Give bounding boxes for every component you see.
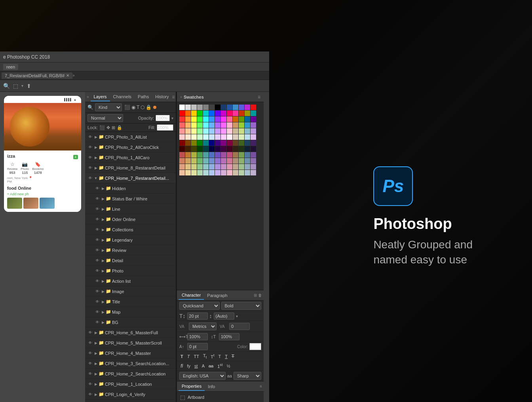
swatch-cell[interactable]: [251, 111, 256, 116]
swatch-cell[interactable]: [239, 134, 244, 140]
layer-item[interactable]: 👁▶📁CPR_Home_8_RestarantDetail: [85, 163, 176, 173]
search-icon[interactable]: 🔍: [3, 83, 10, 89]
swatch-cell[interactable]: [197, 116, 203, 122]
opacity-arrow[interactable]: ▾: [171, 116, 173, 120]
swatch-cell[interactable]: [215, 152, 220, 158]
layer-item[interactable]: 👁▶📁Action list: [85, 276, 176, 286]
layer-visibility-icon[interactable]: 👁: [95, 269, 100, 273]
swatch-cell[interactable]: [203, 158, 209, 164]
tab-history[interactable]: History: [152, 93, 172, 101]
superscript-btn[interactable]: Tt: [209, 353, 215, 360]
tab-paragraph[interactable]: Paragraph: [204, 291, 230, 299]
swatch-cell[interactable]: [221, 164, 226, 170]
layer-visibility-icon[interactable]: 👁: [95, 186, 100, 191]
swatch-cell[interactable]: [185, 158, 191, 164]
swatch-cell[interactable]: [179, 105, 185, 110]
swatch-cell[interactable]: [215, 128, 220, 134]
layer-visibility-icon[interactable]: 👁: [87, 176, 93, 180]
layer-item[interactable]: 👁▶📁Map: [85, 307, 176, 317]
swatch-cell[interactable]: [209, 111, 215, 116]
swatch-cell[interactable]: [203, 122, 209, 128]
swatch-cell[interactable]: [233, 140, 238, 146]
swatch-cell[interactable]: [251, 170, 256, 175]
swatch-cell[interactable]: [251, 105, 256, 110]
layer-item[interactable]: 👁▶📁Oder Online: [85, 214, 176, 225]
opacity-input[interactable]: [156, 115, 170, 121]
swatch-cell[interactable]: [215, 164, 220, 170]
swatch-cell[interactable]: [203, 170, 209, 175]
swatch-cell[interactable]: [227, 134, 232, 140]
layer-item[interactable]: 👁▶📁Status Bar / Whire: [85, 194, 176, 204]
swatch-cell[interactable]: [185, 164, 191, 170]
fraction-btn[interactable]: ½: [225, 363, 231, 369]
swatch-cell[interactable]: [239, 128, 244, 134]
kerning-input[interactable]: [229, 323, 250, 330]
layer-visibility-icon[interactable]: 👁: [95, 299, 100, 304]
layer-expand-arrow[interactable]: ▶: [101, 197, 105, 201]
layer-expand-arrow[interactable]: ▶: [94, 341, 98, 345]
layer-item[interactable]: 👁▶📁CPR_Login_4_Verify: [85, 389, 176, 400]
shape-filter-icon[interactable]: ⬡: [141, 105, 144, 110]
swatch-cell[interactable]: [209, 164, 215, 170]
layer-expand-arrow[interactable]: ▶: [94, 372, 98, 376]
swatch-cell[interactable]: [227, 116, 232, 122]
swatch-cell[interactable]: [245, 152, 250, 158]
layer-visibility-icon[interactable]: 👁: [87, 392, 93, 396]
swatch-cell[interactable]: [209, 134, 215, 140]
swatch-cell[interactable]: [233, 158, 238, 164]
swatch-cell[interactable]: [203, 140, 209, 146]
tracking-select[interactable]: Metrics: [189, 322, 217, 330]
strikethrough-btn[interactable]: T̶: [230, 353, 236, 359]
layer-item[interactable]: 👁▶📁CPR_Login_3_ForgotPassword: [85, 400, 176, 402]
swatch-cell[interactable]: [191, 111, 197, 116]
layer-expand-arrow[interactable]: ▶: [94, 135, 98, 139]
old-style-btn[interactable]: fy: [186, 363, 192, 369]
swatch-cell[interactable]: [251, 164, 256, 170]
swatch-cell[interactable]: [233, 146, 238, 152]
layer-item[interactable]: 👁▶📁Legendary: [85, 235, 176, 245]
swatch-cell[interactable]: [227, 128, 232, 134]
underline-btn[interactable]: T: [224, 354, 229, 359]
swatches-expand-icon[interactable]: »: [180, 95, 182, 99]
swatch-cell[interactable]: [197, 111, 203, 116]
swatch-cell[interactable]: [215, 111, 220, 116]
swatch-cell[interactable]: [191, 152, 197, 158]
layer-visibility-icon[interactable]: 👁: [87, 351, 93, 355]
swatch-cell[interactable]: [221, 140, 226, 146]
swatch-cell[interactable]: [251, 122, 256, 128]
swatch-cell[interactable]: [245, 105, 250, 110]
layer-expand-arrow[interactable]: ▶: [101, 248, 105, 252]
swatch-cell[interactable]: [227, 146, 232, 152]
swatch-cell[interactable]: [251, 140, 256, 146]
swatch-cell[interactable]: [245, 146, 250, 152]
italic-btn[interactable]: T: [186, 354, 191, 359]
swatch-cell[interactable]: [197, 105, 203, 110]
layer-item[interactable]: 👁▼📁CPR_Home_7_RestarantDetail...: [85, 173, 176, 183]
layer-expand-arrow[interactable]: ▶: [94, 382, 98, 386]
layer-visibility-icon[interactable]: 👁: [95, 196, 100, 201]
layer-item[interactable]: 👁▶📁Photo: [85, 266, 176, 276]
swatch-cell[interactable]: [233, 105, 238, 110]
leading-arrow[interactable]: ▾: [236, 314, 238, 318]
blend-mode-select[interactable]: Normal: [87, 114, 123, 122]
swatch-cell[interactable]: [191, 170, 197, 175]
swatch-cell[interactable]: [227, 105, 232, 110]
layer-item[interactable]: 👁▶📁Image: [85, 286, 176, 297]
anti-alias-select[interactable]: Sharp: [234, 372, 261, 380]
adjustment-filter-icon[interactable]: ◉: [131, 105, 135, 110]
layer-item[interactable]: 👁▶📁Review: [85, 245, 176, 255]
layer-visibility-icon[interactable]: 👁: [95, 310, 100, 314]
swatch-cell[interactable]: [179, 122, 185, 128]
layer-visibility-icon[interactable]: 👁: [87, 135, 93, 139]
swatch-cell[interactable]: [215, 158, 220, 164]
pixel-filter-icon[interactable]: ⬛: [124, 105, 130, 110]
swatch-cell[interactable]: [215, 105, 220, 110]
swatch-cell[interactable]: [197, 152, 203, 158]
swatch-cell[interactable]: [245, 116, 250, 122]
swatch-cell[interactable]: [197, 158, 203, 164]
swatch-cell[interactable]: [221, 116, 226, 122]
lock-pixels-icon[interactable]: ⬛: [99, 125, 105, 130]
panel-expand-icon[interactable]: »: [87, 95, 89, 99]
layer-expand-arrow[interactable]: ▶: [101, 310, 105, 314]
swatch-cell[interactable]: [215, 170, 220, 175]
